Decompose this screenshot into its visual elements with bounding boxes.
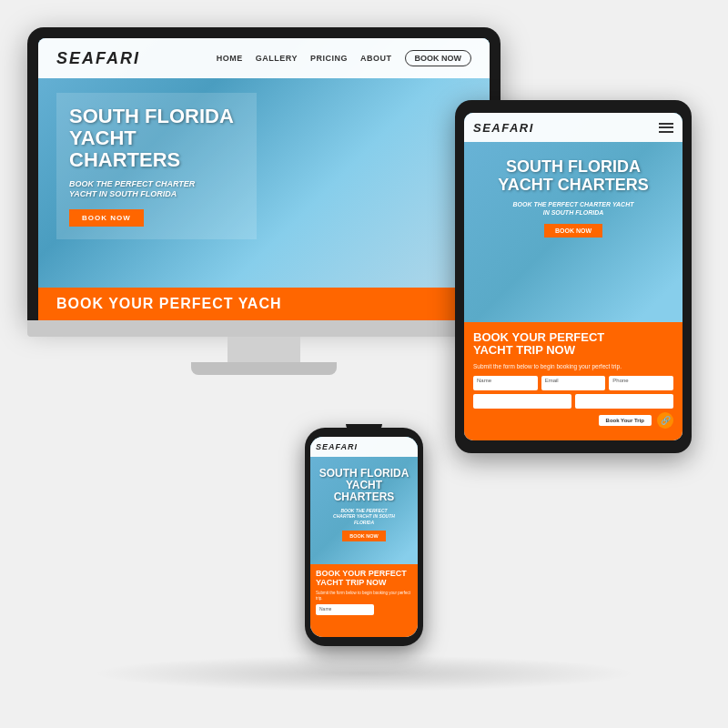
tablet-nav: SEAFARI [464, 113, 682, 142]
phone-book-now-button[interactable]: BOOK NOW [342, 531, 385, 541]
tablet-hero-subtitle: BOOK THE PERFECT CHARTER YACHTIN SOUTH F… [473, 200, 673, 217]
phone-screen: SEAFARI SOUTH FLORIDAYACHT CHARTERS BOOK… [310, 437, 418, 637]
monitor-frame: SEAFARI HOME GALLERY PRICING ABOUT BOOK … [27, 27, 500, 320]
monitor-screen: SEAFARI HOME GALLERY PRICING ABOUT BOOK … [38, 38, 490, 320]
desktop-nav-links: HOME GALLERY PRICING ABOUT BOOK NOW [217, 50, 471, 66]
phone-site: SEAFARI SOUTH FLORIDAYACHT CHARTERS BOOK… [310, 437, 418, 637]
tablet-frame: SEAFARI SOUTH FLORIDAYACHT CHARTERS BOOK… [455, 100, 692, 453]
monitor-stand-base [27, 320, 500, 337]
scene: SEAFARI HOME GALLERY PRICING ABOUT BOOK … [9, 9, 719, 719]
phone-frame: SEAFARI SOUTH FLORIDAYACHT CHARTERS BOOK… [305, 428, 423, 646]
desktop-monitor: SEAFARI HOME GALLERY PRICING ABOUT BOOK … [27, 27, 500, 375]
desktop-hero-subtitle: BOOK THE PERFECT CHARTERYACHT IN SOUTH F… [69, 179, 244, 200]
nav-pricing[interactable]: PRICING [310, 54, 348, 63]
tablet-logo: SEAFARI [473, 121, 534, 135]
desktop-orange-bar: BOOK YOUR PERFECT YACH [38, 288, 490, 320]
desktop-logo: SEAFARI [56, 49, 140, 68]
menu-line-3 [659, 131, 673, 133]
desktop-nav: SEAFARI HOME GALLERY PRICING ABOUT BOOK … [38, 38, 490, 78]
tablet-email-input[interactable]: Email [541, 376, 606, 390]
desktop-hero-title: SOUTH FLORIDAYACHT CHARTERS [69, 106, 244, 172]
phone-hero-subtitle: BOOK THE PERFECTCHARTER YACHT IN SOUTHFL… [318, 508, 410, 526]
tablet-book-now-button[interactable]: BOOK NOW [544, 224, 602, 238]
menu-line-1 [659, 123, 673, 125]
tablet-requests-input[interactable] [575, 394, 673, 409]
tablet-dates-input[interactable] [473, 394, 571, 409]
tablet-name-input[interactable]: Name [473, 376, 538, 390]
phone-form-title: BOOK YOUR PERFECTYACHT TRIP NOW [316, 570, 412, 588]
menu-line-2 [659, 126, 673, 128]
nav-book-now-button[interactable]: BOOK NOW [405, 50, 472, 66]
tablet-submit-button[interactable]: Book Your Trip [599, 415, 652, 426]
monitor-stand-neck [228, 337, 300, 362]
phone-hero-text: SOUTH FLORIDAYACHT CHARTERS BOOK THE PER… [310, 460, 418, 549]
phone-notch [346, 424, 382, 431]
phone-name-input[interactable]: Name [316, 604, 374, 615]
tablet-site: SEAFARI SOUTH FLORIDAYACHT CHARTERS BOOK… [464, 113, 682, 440]
tablet-form-row-1: Name Email Phone [473, 376, 673, 390]
tablet-form-subtitle: Submit the form below to begin booking y… [473, 362, 673, 370]
tablet-form-section: BOOK YOUR PERFECTYACHT TRIP NOW Submit t… [464, 322, 682, 440]
tablet-submit-row: Book Your Trip 🔗 [473, 412, 673, 429]
phone-hero-title: SOUTH FLORIDAYACHT CHARTERS [318, 468, 410, 504]
nav-about[interactable]: ABOUT [360, 54, 392, 63]
desktop-site: SEAFARI HOME GALLERY PRICING ABOUT BOOK … [38, 38, 490, 320]
desktop-hero-text: SOUTH FLORIDAYACHT CHARTERS BOOK THE PER… [56, 93, 257, 239]
nav-gallery[interactable]: GALLERY [256, 54, 298, 63]
nav-home[interactable]: HOME [217, 54, 243, 63]
tablet-form-row-2 [473, 394, 673, 409]
phone-form-subtitle: Submit the form below to begin booking y… [316, 591, 412, 602]
hamburger-menu-icon[interactable] [659, 123, 673, 133]
tablet-link-icon[interactable]: 🔗 [657, 412, 673, 429]
phone-logo: SEAFARI [316, 442, 358, 451]
phone-form-section: BOOK YOUR PERFECTYACHT TRIP NOW Submit t… [310, 564, 418, 637]
tablet-hero-title: SOUTH FLORIDAYACHT CHARTERS [473, 158, 673, 195]
floor-shadow [91, 655, 637, 692]
desktop-bar-text: BOOK YOUR PERFECT YACH [56, 296, 282, 312]
tablet-device: SEAFARI SOUTH FLORIDAYACHT CHARTERS BOOK… [455, 100, 692, 453]
desktop-book-now-button[interactable]: BOOK NOW [69, 209, 144, 227]
tablet-phone-input[interactable]: Phone [609, 376, 673, 390]
tablet-form-title: BOOK YOUR PERFECTYACHT TRIP NOW [473, 331, 673, 358]
phone-device: SEAFARI SOUTH FLORIDAYACHT CHARTERS BOOK… [305, 424, 423, 646]
phone-nav: SEAFARI [310, 437, 418, 457]
monitor-foot [191, 362, 337, 375]
tablet-hero-text: SOUTH FLORIDAYACHT CHARTERS BOOK THE PER… [464, 147, 682, 248]
tablet-screen: SEAFARI SOUTH FLORIDAYACHT CHARTERS BOOK… [464, 113, 682, 440]
